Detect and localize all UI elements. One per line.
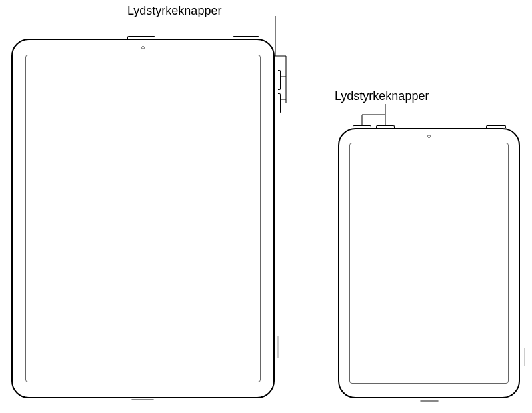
volume-down-button — [278, 93, 281, 113]
device-screen — [349, 143, 509, 384]
volume-up-button — [278, 70, 281, 90]
device-screen — [25, 55, 261, 382]
side-connector — [277, 336, 279, 358]
ipad-small-device — [338, 128, 525, 401]
bottom-port — [420, 400, 439, 402]
side-connector — [524, 348, 525, 366]
volume-label-small: Lydstyrkeknapper — [335, 89, 429, 103]
bottom-port — [131, 399, 154, 400]
front-camera — [427, 135, 431, 138]
front-camera — [141, 46, 145, 49]
volume-label-large: Lydstyrkeknapper — [127, 4, 221, 18]
ipad-large-device — [11, 39, 278, 400]
